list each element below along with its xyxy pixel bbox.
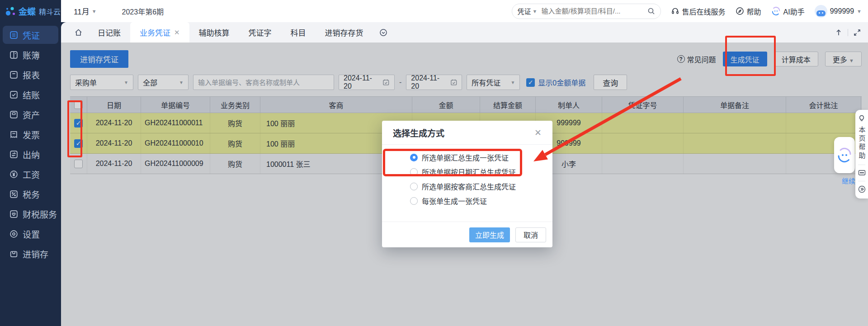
row-checkbox-checked[interactable]: ✓	[74, 139, 83, 148]
search-category-label: 凭证	[518, 6, 531, 16]
asset-icon	[9, 110, 18, 119]
column-header[interactable]: 会计批注	[786, 97, 861, 113]
inventory-voucher-button[interactable]: 进销存凭证	[70, 50, 128, 68]
user-menu[interactable]: 999999 ▼	[815, 5, 862, 18]
collapse-panel-icon[interactable]	[858, 185, 866, 193]
sidebar-item-settings[interactable]: 设置	[0, 224, 61, 244]
tab-voucher-word[interactable]: 凭证字	[239, 22, 281, 43]
tab-home[interactable]	[68, 22, 88, 43]
scroll-top-icon[interactable]	[835, 29, 842, 36]
tab-overflow-icon[interactable]	[373, 22, 394, 43]
sidebar-item-report[interactable]: 报表	[0, 65, 61, 85]
ai-assistant-button[interactable]: AI助手	[771, 6, 805, 17]
after-sales-service-button[interactable]: 售后在线服务	[671, 6, 726, 17]
chevron-down-icon: ▼	[124, 80, 128, 85]
row-checkbox-checked[interactable]: ✓	[74, 119, 83, 128]
column-header[interactable]: 业务类别	[210, 97, 260, 113]
generate-voucher-button[interactable]: 生成凭证	[723, 52, 767, 66]
continue-link[interactable]: 继续	[842, 176, 855, 185]
sidebar-item-ledger[interactable]: 账簿	[0, 45, 61, 65]
close-icon[interactable]: ✕	[534, 128, 542, 137]
sidebar-item-inventory[interactable]: 进销存	[0, 244, 61, 264]
column-header[interactable]: 单据备注	[684, 97, 786, 113]
invoice-icon	[9, 130, 18, 139]
sidebar-item-invoice[interactable]: 发票	[0, 124, 61, 144]
month-selector[interactable]: 11月 ▼	[74, 5, 97, 17]
sidebar-item-finance-service[interactable]: 财税服务	[0, 204, 61, 224]
doc-type-select[interactable]: 采购单▼	[70, 75, 133, 90]
tab-aux-accounting[interactable]: 辅助核算	[189, 22, 239, 43]
sidebar-item-tax[interactable]: 税务	[0, 184, 61, 204]
page-help-label[interactable]: 本页帮助	[857, 126, 867, 161]
more-button[interactable]: 更多 ▼	[825, 52, 862, 66]
show-zero-checkbox[interactable]: ✓ 显示0金额单据	[526, 77, 585, 88]
search-icon[interactable]	[647, 7, 655, 15]
lightbulb-icon[interactable]	[858, 115, 865, 122]
cell-doc-note	[684, 113, 786, 133]
column-header[interactable]: 结算金额	[480, 97, 536, 113]
cell-biz-type: 购货	[210, 113, 260, 133]
salary-icon	[9, 170, 18, 179]
dialog-header: 选择生成方式 ✕	[382, 121, 552, 145]
radio-icon[interactable]	[410, 168, 418, 176]
option-one-voucher-per-doc[interactable]: 每张单生成一张凭证	[410, 196, 552, 205]
cell-biz-type: 购货	[210, 133, 260, 153]
generate-now-button[interactable]: 立即生成	[469, 227, 510, 242]
column-header[interactable]: 制单人	[536, 97, 602, 113]
ai-assistant-float[interactable]	[834, 137, 855, 173]
tab-journal[interactable]: 日记账	[88, 22, 130, 43]
cell-doc-no: GH202411000009	[141, 154, 210, 174]
search-input[interactable]	[541, 7, 643, 15]
cell-doc-note	[684, 154, 786, 174]
global-search[interactable]: 凭证 ▼	[512, 4, 661, 19]
calc-cost-button[interactable]: 计算成本	[774, 52, 818, 66]
column-header[interactable]: 客商	[260, 97, 412, 113]
option-summary-by-date[interactable]: 所选单据按日期汇总生成凭证	[410, 167, 552, 176]
sidebar-nav: 凭证 账簿 报表 结账 资产 发票	[0, 22, 61, 264]
feedback-chat-icon[interactable]	[858, 169, 866, 177]
column-header[interactable]: 日期	[87, 97, 141, 113]
fullscreen-icon[interactable]	[854, 29, 861, 36]
page-toolbar: 进销存凭证 ? 常见问题 生成凭证 计算成本 更多 ▼	[70, 50, 862, 68]
radio-icon[interactable]	[410, 197, 418, 205]
radio-icon[interactable]	[410, 183, 418, 190]
tab-subjects[interactable]: 科目	[281, 22, 316, 43]
date-from-picker[interactable]: 2024-11-20	[339, 75, 395, 90]
sidebar-item-voucher[interactable]: 凭证	[3, 26, 58, 44]
doc-search-field[interactable]	[193, 75, 334, 90]
sidebar-item-asset[interactable]: 资产	[0, 104, 61, 124]
dialog-footer: 立即生成 取消	[382, 222, 552, 247]
sidebar-item-label: 资产	[23, 109, 40, 121]
tab-business-voucher[interactable]: 业务凭证 ✕	[130, 22, 189, 43]
cancel-button[interactable]: 取消	[515, 227, 546, 242]
scope-select[interactable]: 全部▼	[138, 75, 189, 90]
sidebar-item-salary[interactable]: 工资	[0, 164, 61, 184]
radio-selected-icon[interactable]	[410, 154, 418, 161]
option-summary-one-voucher[interactable]: 所选单据汇总生成一张凭证	[410, 153, 552, 162]
option-label: 所选单据按日期汇总生成凭证	[422, 166, 516, 177]
checkbox-checked-icon[interactable]: ✓	[526, 78, 535, 87]
voucher-filter-select[interactable]: 所有凭证▼	[467, 75, 520, 90]
tab-inventory-stock[interactable]: 进销存存货	[316, 22, 373, 43]
date-to-picker[interactable]: 2024-11-20	[406, 75, 462, 90]
help-button[interactable]: 帮助	[736, 6, 761, 17]
doc-type-value: 采购单	[75, 77, 97, 88]
cell-doc-note	[684, 133, 786, 153]
faq-link[interactable]: ? 常见问题	[677, 54, 716, 65]
cell-acct-note	[786, 113, 861, 133]
month-label: 11月	[74, 5, 90, 17]
sidebar-item-cashier[interactable]: 出纳	[0, 144, 61, 164]
query-button[interactable]: 查询	[594, 75, 627, 90]
sidebar-item-closing[interactable]: 结账	[0, 85, 61, 104]
search-category-selector[interactable]: 凭证 ▼	[518, 6, 538, 16]
chevron-down-icon: ▼	[510, 80, 515, 85]
column-header[interactable]: 金额	[412, 97, 480, 113]
close-icon[interactable]: ✕	[174, 28, 180, 37]
column-header[interactable]: 凭证字号	[602, 97, 684, 113]
select-all-checkbox[interactable]	[74, 100, 83, 109]
option-summary-by-customer[interactable]: 所选单据按客商汇总生成凭证	[410, 182, 552, 191]
row-checkbox-unchecked[interactable]	[74, 160, 83, 168]
doc-search-input[interactable]	[198, 79, 329, 86]
option-label: 所选单据汇总生成一张凭证	[422, 152, 509, 163]
column-header[interactable]: 单据编号	[141, 97, 210, 113]
